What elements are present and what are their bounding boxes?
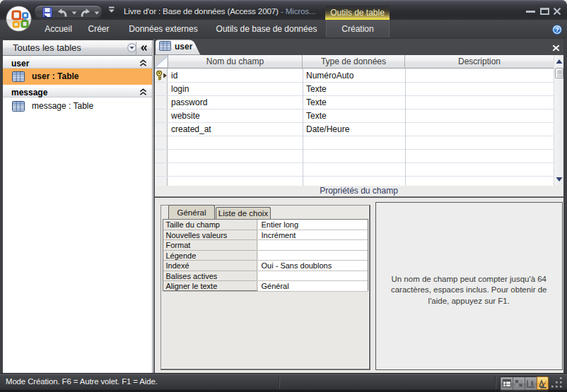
svg-text:?: ? [555,26,559,33]
